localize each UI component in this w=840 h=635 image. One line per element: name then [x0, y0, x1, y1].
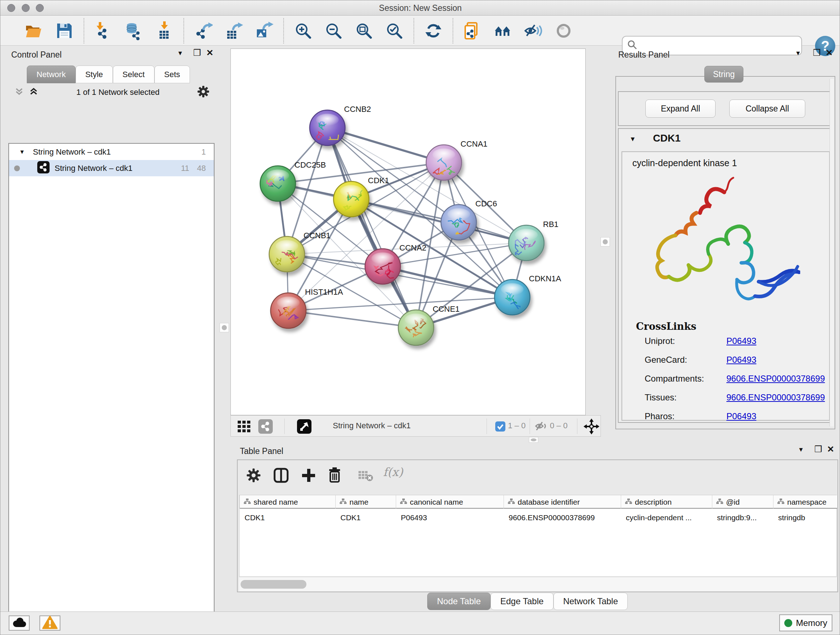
column-header-2[interactable]: name — [335, 495, 396, 509]
results-close-icon[interactable]: ✕ — [823, 48, 835, 58]
table-cell[interactable]: stringdb — [773, 509, 837, 526]
column-header-5[interactable]: description — [621, 495, 712, 509]
crosslink-value-link[interactable]: P06493 — [726, 336, 756, 346]
node-CCNB2[interactable]: CCNB2 — [309, 105, 371, 146]
save-session-icon[interactable] — [55, 21, 74, 40]
table-cell[interactable]: cyclin-dependent ... — [621, 509, 712, 526]
birdseye-view-icon[interactable] — [297, 419, 311, 435]
column-header-3[interactable]: canonical name — [396, 495, 504, 509]
collapse-all-button[interactable]: Collapse All — [729, 100, 805, 118]
network-collection-count: 1 — [202, 147, 206, 157]
tab-select[interactable]: Select — [113, 65, 155, 83]
results-float-icon[interactable]: ▾ — [792, 49, 804, 57]
column-label: canonical name — [410, 498, 463, 507]
right-splitter-handle[interactable] — [600, 237, 610, 247]
document-share-icon[interactable] — [463, 21, 482, 40]
import-network-database-icon[interactable] — [125, 21, 143, 40]
network-view-canvas[interactable]: CCNB2CCNA1CDC25BCDK1CDC6RB1CCNB1CCNA2CDK… — [231, 49, 586, 415]
export-network-icon[interactable] — [194, 21, 213, 40]
bring-to-front-icon[interactable] — [493, 21, 512, 40]
table-options-gear-icon[interactable] — [246, 468, 261, 484]
network-row[interactable]: String Network – cdk1 11 48 — [9, 160, 214, 176]
node-label-CCNE1: CCNE1 — [433, 304, 460, 314]
open-session-icon[interactable] — [25, 21, 43, 40]
table-float-icon[interactable]: ▾ — [795, 445, 807, 454]
view-grid-icon[interactable] — [237, 419, 251, 435]
expand-all-button[interactable]: Expand All — [645, 100, 715, 118]
tab-string[interactable]: String — [704, 66, 744, 82]
node-RB1[interactable]: RB1 — [508, 220, 559, 261]
crosslink-value-link[interactable]: 9606.ENSP00000378699 — [726, 393, 825, 402]
export-image-icon[interactable] — [255, 21, 273, 40]
table-cell[interactable]: P06493 — [396, 509, 504, 526]
panel-maximize-icon[interactable]: ❒ — [191, 48, 203, 58]
edge-CCNB2-CCNA1[interactable] — [327, 128, 444, 163]
left-splitter-handle[interactable] — [219, 323, 229, 333]
export-table-icon[interactable] — [224, 21, 243, 40]
edge-HIST1H1A-CCNE1[interactable] — [288, 310, 416, 328]
node-CDKN1A[interactable]: CDKN1A — [494, 274, 561, 315]
fit-selected-crosshair-icon[interactable] — [584, 418, 600, 436]
tab-sets[interactable]: Sets — [155, 65, 190, 83]
zoom-out-icon[interactable] — [324, 21, 343, 40]
table-cell[interactable]: stringdb:9... — [712, 509, 773, 526]
edge-CDK1-RB1[interactable] — [351, 199, 526, 243]
crosslink-value-link[interactable]: P06493 — [726, 355, 756, 364]
network-view-toolbar: String Network – cdk1 1 – 0 0 – 0 — [231, 415, 601, 437]
add-column-icon[interactable] — [302, 468, 316, 484]
table-cell[interactable]: CDK1 — [335, 509, 396, 526]
tab-network[interactable]: Network — [27, 65, 76, 83]
edge-CCNB2-CCNE1[interactable] — [327, 128, 416, 328]
collapse-all-icon[interactable] — [14, 87, 24, 98]
table-row[interactable]: CDK1CDK1P064939606.ENSP00000378699cyclin… — [240, 509, 837, 526]
crosslink-row: GeneCard:P06493 — [645, 355, 826, 374]
tab-node-table[interactable]: Node Table — [427, 593, 491, 610]
crosslink-value-link[interactable]: 9606.ENSP00000378699 — [726, 374, 825, 383]
table-maximize-icon[interactable]: ❒ — [812, 444, 824, 454]
network-collection-row[interactable]: ▼ String Network – cdk1 1 — [9, 144, 214, 160]
table-hscrollbar-thumb[interactable] — [240, 580, 306, 589]
column-header-7[interactable]: namespace — [773, 495, 837, 509]
cloud-icon — [11, 616, 27, 630]
node-gloss — [340, 185, 363, 197]
expand-all-icon[interactable] — [28, 87, 39, 98]
column-tree-icon — [339, 498, 347, 507]
table-cell[interactable]: 9606.ENSP00000378699 — [504, 509, 621, 526]
hide-panels-icon[interactable] — [524, 21, 543, 40]
network-graph[interactable]: CCNB2CCNA1CDC25BCDK1CDC6RB1CCNB1CCNA2CDK… — [231, 49, 585, 415]
tab-style[interactable]: Style — [76, 65, 113, 83]
column-header-6[interactable]: @id — [712, 495, 773, 509]
import-table-icon[interactable] — [155, 21, 174, 40]
import-network-icon[interactable] — [94, 21, 113, 40]
results-scrollbar[interactable] — [829, 79, 834, 426]
refresh-layout-icon[interactable] — [424, 21, 443, 40]
view-share-icon[interactable] — [258, 419, 273, 435]
node-CCNA1[interactable]: CCNA1 — [426, 139, 488, 180]
column-header-1[interactable]: shared name — [240, 495, 335, 509]
zoom-selected-icon[interactable] — [385, 21, 404, 40]
table-close-icon[interactable]: ✕ — [824, 444, 837, 454]
record-icon[interactable] — [554, 21, 573, 40]
results-maximize-icon[interactable]: ❒ — [811, 48, 823, 58]
node-CDK1[interactable]: CDK1 — [333, 176, 389, 217]
selected-checkbox-icon[interactable] — [495, 421, 505, 433]
show-columns-icon[interactable] — [273, 467, 289, 485]
node-gloss — [276, 240, 298, 252]
cloud-button[interactable] — [9, 616, 30, 631]
panel-close-icon[interactable]: ✕ — [204, 48, 216, 58]
tab-network-table[interactable]: Network Table — [554, 593, 628, 610]
crosslink-value-link[interactable]: P06493 — [726, 411, 756, 421]
panel-float-icon[interactable]: ▾ — [174, 49, 186, 57]
network-options-gear-icon[interactable] — [197, 86, 210, 99]
warnings-button[interactable] — [39, 616, 60, 631]
zoom-in-icon[interactable] — [294, 21, 313, 40]
gene-collapse-icon[interactable]: ▼ — [630, 135, 636, 143]
column-header-4[interactable]: database identifier — [504, 495, 621, 509]
delete-column-icon[interactable] — [327, 467, 342, 485]
tab-edge-table[interactable]: Edge Table — [491, 593, 554, 610]
network-node-count: 11 — [181, 164, 189, 173]
table-cell[interactable]: CDK1 — [240, 509, 335, 526]
memory-button[interactable]: Memory — [779, 614, 832, 631]
tree-expander-icon[interactable]: ▼ — [19, 149, 30, 155]
zoom-fit-icon[interactable] — [355, 21, 373, 40]
